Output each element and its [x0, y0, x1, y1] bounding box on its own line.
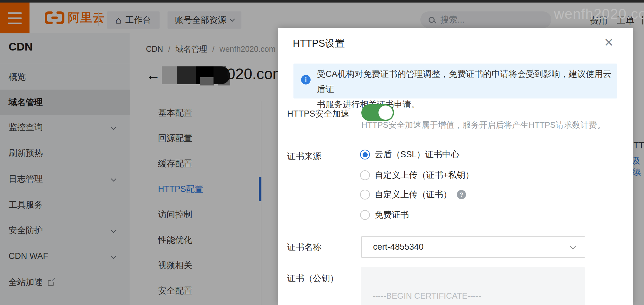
info-icon: i	[301, 75, 311, 85]
https-settings-modal: HTTPS设置 × i 受CA机构对免费证书的管理调整，免费证书的申请将会受到影…	[278, 28, 633, 305]
https-toggle-helper: HTTPS安全加速属于增值，服务开启后将产生HTTPS请求数计费。	[361, 119, 605, 131]
screen: 阿里云 ⌂ 工作台 账号全部资源 费用 工单 | CDN 概览 域名管理 监控查…	[0, 0, 644, 305]
radio-option-custom-cert[interactable]: 自定义上传（证书） ?	[360, 190, 466, 200]
close-icon[interactable]: ×	[601, 34, 617, 50]
cert-name-value: cert-4855340	[373, 242, 571, 252]
radio-unselected-icon	[360, 190, 370, 200]
modal-title: HTTPS设置	[293, 37, 345, 50]
radio-unselected-icon	[360, 170, 370, 180]
radio-option-custom-cert-key[interactable]: 自定义上传（证书+私钥）	[360, 170, 474, 180]
radio-option-free-cert[interactable]: 免费证书	[360, 210, 409, 220]
radio-unselected-icon	[360, 210, 370, 220]
cert-public-key-label: 证书（公钥）	[287, 273, 338, 284]
toggle-knob	[378, 105, 393, 120]
chevron-down-icon	[570, 243, 576, 249]
info-banner: i 受CA机构对免费证书的管理调整，免费证书的申请将会受到影响，建议使用云盾证 …	[293, 64, 617, 98]
cert-name-label: 证书名称	[287, 241, 321, 253]
cert-public-key-textarea[interactable]: -----BEGIN CERTIFICATE----- MIIFjDCCBHSg…	[361, 267, 585, 305]
radio-option-cloud-ssl[interactable]: 云盾（SSL）证书中心	[360, 150, 459, 159]
info-banner-text: 受CA机构对免费证书的管理调整，免费证书的申请将会受到影响，建议使用云盾证 书服…	[317, 66, 617, 112]
https-toggle-label: HTTPS安全加速	[287, 108, 350, 119]
cert-source-label: 证书来源	[287, 151, 321, 162]
cert-name-select[interactable]: cert-4855340	[361, 236, 585, 258]
cert-public-key-content: -----BEGIN CERTIFICATE----- MIIFjDCCBHSg…	[372, 269, 588, 305]
help-icon[interactable]: ?	[457, 190, 466, 199]
radio-selected-icon	[360, 150, 370, 159]
https-toggle-switch[interactable]	[361, 104, 394, 121]
